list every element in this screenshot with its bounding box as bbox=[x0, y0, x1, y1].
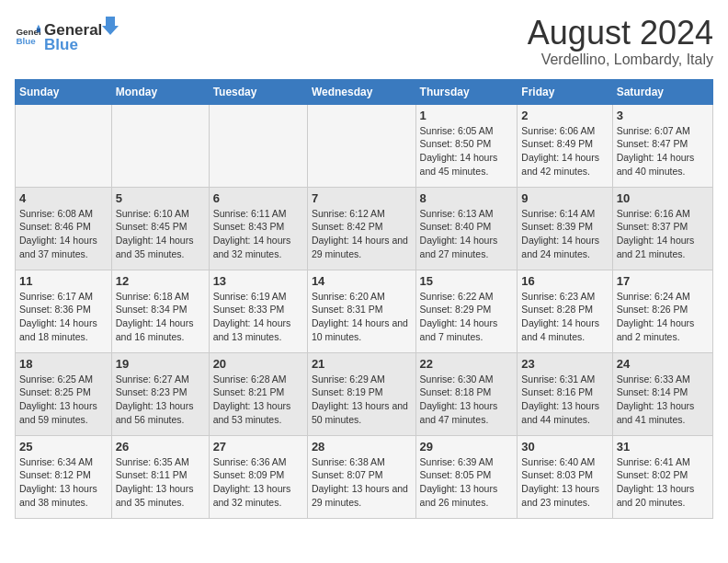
calendar-cell: 30Sunrise: 6:40 AMSunset: 8:03 PMDayligh… bbox=[518, 435, 612, 518]
day-info: Sunrise: 6:20 AMSunset: 8:31 PMDaylight:… bbox=[312, 290, 412, 344]
day-info: Sunrise: 6:14 AMSunset: 8:39 PMDaylight:… bbox=[521, 207, 608, 261]
day-info: Sunrise: 6:19 AMSunset: 8:33 PMDaylight:… bbox=[213, 290, 303, 344]
day-number: 9 bbox=[521, 191, 608, 205]
column-header-friday: Friday bbox=[518, 79, 612, 104]
day-info: Sunrise: 6:30 AMSunset: 8:18 PMDaylight:… bbox=[420, 373, 514, 427]
page-header: General Blue General Blue August 2024 Ve… bbox=[15, 15, 713, 68]
calendar-cell bbox=[307, 104, 415, 187]
day-info: Sunrise: 6:39 AMSunset: 8:05 PMDaylight:… bbox=[420, 455, 514, 510]
calendar-cell: 9Sunrise: 6:14 AMSunset: 8:39 PMDaylight… bbox=[518, 187, 612, 270]
day-number: 1 bbox=[420, 109, 514, 122]
column-header-tuesday: Tuesday bbox=[209, 79, 307, 104]
day-info: Sunrise: 6:12 AMSunset: 8:42 PMDaylight:… bbox=[312, 207, 412, 261]
day-info: Sunrise: 6:08 AMSunset: 8:46 PMDaylight:… bbox=[19, 207, 108, 261]
svg-text:Blue: Blue bbox=[16, 35, 36, 45]
day-number: 14 bbox=[312, 274, 412, 288]
day-info: Sunrise: 6:17 AMSunset: 8:36 PMDaylight:… bbox=[19, 290, 108, 344]
day-info: Sunrise: 6:27 AMSunset: 8:23 PMDaylight:… bbox=[116, 373, 205, 427]
day-number: 23 bbox=[521, 357, 608, 371]
calendar-cell: 31Sunrise: 6:41 AMSunset: 8:02 PMDayligh… bbox=[612, 435, 712, 518]
day-info: Sunrise: 6:29 AMSunset: 8:19 PMDaylight:… bbox=[312, 373, 412, 427]
day-info: Sunrise: 6:07 AMSunset: 8:47 PMDaylight:… bbox=[617, 124, 709, 178]
day-number: 25 bbox=[19, 440, 108, 454]
calendar-week-row: 18Sunrise: 6:25 AMSunset: 8:25 PMDayligh… bbox=[16, 352, 713, 435]
day-info: Sunrise: 6:25 AMSunset: 8:25 PMDaylight:… bbox=[19, 373, 108, 427]
svg-marker-4 bbox=[102, 17, 119, 35]
day-number: 13 bbox=[213, 274, 303, 288]
day-number: 7 bbox=[312, 191, 412, 205]
subtitle: Verdellino, Lombardy, Italy bbox=[528, 52, 713, 68]
column-header-sunday: Sunday bbox=[16, 79, 112, 104]
day-info: Sunrise: 6:33 AMSunset: 8:14 PMDaylight:… bbox=[617, 373, 709, 427]
day-info: Sunrise: 6:38 AMSunset: 8:07 PMDaylight:… bbox=[312, 455, 412, 510]
calendar-cell: 4Sunrise: 6:08 AMSunset: 8:46 PMDaylight… bbox=[16, 187, 112, 270]
day-number: 2 bbox=[521, 109, 608, 122]
calendar-cell: 6Sunrise: 6:11 AMSunset: 8:43 PMDaylight… bbox=[209, 187, 307, 270]
day-info: Sunrise: 6:35 AMSunset: 8:11 PMDaylight:… bbox=[116, 455, 205, 510]
day-number: 18 bbox=[19, 357, 108, 371]
calendar-cell: 26Sunrise: 6:35 AMSunset: 8:11 PMDayligh… bbox=[111, 435, 209, 518]
day-number: 24 bbox=[617, 357, 709, 371]
calendar-week-row: 1Sunrise: 6:05 AMSunset: 8:50 PMDaylight… bbox=[16, 104, 713, 187]
day-info: Sunrise: 6:10 AMSunset: 8:45 PMDaylight:… bbox=[116, 207, 205, 261]
calendar-cell: 7Sunrise: 6:12 AMSunset: 8:42 PMDaylight… bbox=[307, 187, 415, 270]
day-number: 6 bbox=[213, 191, 303, 205]
day-info: Sunrise: 6:13 AMSunset: 8:40 PMDaylight:… bbox=[420, 207, 514, 261]
day-number: 28 bbox=[312, 440, 412, 454]
day-number: 26 bbox=[116, 440, 205, 454]
calendar-cell: 12Sunrise: 6:18 AMSunset: 8:34 PMDayligh… bbox=[111, 270, 209, 352]
logo: General Blue General Blue bbox=[15, 15, 119, 54]
calendar-cell bbox=[111, 104, 209, 187]
day-number: 4 bbox=[19, 191, 108, 205]
calendar-cell bbox=[16, 104, 112, 187]
calendar-cell: 24Sunrise: 6:33 AMSunset: 8:14 PMDayligh… bbox=[612, 352, 712, 435]
calendar-header-row: SundayMondayTuesdayWednesdayThursdayFrid… bbox=[16, 79, 713, 104]
calendar-cell: 3Sunrise: 6:07 AMSunset: 8:47 PMDaylight… bbox=[612, 104, 712, 187]
calendar-cell: 11Sunrise: 6:17 AMSunset: 8:36 PMDayligh… bbox=[16, 270, 112, 352]
day-number: 20 bbox=[213, 357, 303, 371]
day-info: Sunrise: 6:28 AMSunset: 8:21 PMDaylight:… bbox=[213, 373, 303, 427]
column-header-thursday: Thursday bbox=[415, 79, 518, 104]
calendar-cell: 13Sunrise: 6:19 AMSunset: 8:33 PMDayligh… bbox=[209, 270, 307, 352]
day-info: Sunrise: 6:22 AMSunset: 8:29 PMDaylight:… bbox=[420, 290, 514, 344]
day-number: 3 bbox=[617, 109, 709, 122]
title-section: August 2024 Verdellino, Lombardy, Italy bbox=[528, 15, 713, 68]
day-info: Sunrise: 6:24 AMSunset: 8:26 PMDaylight:… bbox=[617, 290, 709, 344]
day-number: 21 bbox=[312, 357, 412, 371]
day-info: Sunrise: 6:23 AMSunset: 8:28 PMDaylight:… bbox=[521, 290, 608, 344]
calendar-cell: 25Sunrise: 6:34 AMSunset: 8:12 PMDayligh… bbox=[16, 435, 112, 518]
day-info: Sunrise: 6:41 AMSunset: 8:02 PMDaylight:… bbox=[617, 455, 709, 510]
calendar-table: SundayMondayTuesdayWednesdayThursdayFrid… bbox=[15, 79, 713, 519]
column-header-saturday: Saturday bbox=[612, 79, 712, 104]
logo-icon: General Blue bbox=[15, 22, 40, 48]
day-number: 15 bbox=[420, 274, 514, 288]
day-number: 10 bbox=[617, 191, 709, 205]
day-number: 22 bbox=[420, 357, 514, 371]
day-number: 29 bbox=[420, 440, 514, 454]
day-info: Sunrise: 6:31 AMSunset: 8:16 PMDaylight:… bbox=[521, 373, 608, 427]
calendar-cell: 27Sunrise: 6:36 AMSunset: 8:09 PMDayligh… bbox=[209, 435, 307, 518]
main-title: August 2024 bbox=[528, 15, 713, 52]
calendar-cell: 28Sunrise: 6:38 AMSunset: 8:07 PMDayligh… bbox=[307, 435, 415, 518]
calendar-cell: 5Sunrise: 6:10 AMSunset: 8:45 PMDaylight… bbox=[111, 187, 209, 270]
calendar-cell: 14Sunrise: 6:20 AMSunset: 8:31 PMDayligh… bbox=[307, 270, 415, 352]
day-info: Sunrise: 6:06 AMSunset: 8:49 PMDaylight:… bbox=[521, 124, 608, 178]
svg-marker-3 bbox=[37, 29, 40, 32]
day-number: 11 bbox=[19, 274, 108, 288]
calendar-cell: 10Sunrise: 6:16 AMSunset: 8:37 PMDayligh… bbox=[612, 187, 712, 270]
calendar-cell: 22Sunrise: 6:30 AMSunset: 8:18 PMDayligh… bbox=[415, 352, 518, 435]
day-number: 19 bbox=[116, 357, 205, 371]
day-info: Sunrise: 6:05 AMSunset: 8:50 PMDaylight:… bbox=[420, 124, 514, 178]
calendar-cell bbox=[209, 104, 307, 187]
day-info: Sunrise: 6:11 AMSunset: 8:43 PMDaylight:… bbox=[213, 207, 303, 261]
day-info: Sunrise: 6:18 AMSunset: 8:34 PMDaylight:… bbox=[116, 290, 205, 344]
day-number: 30 bbox=[521, 440, 608, 454]
calendar-week-row: 11Sunrise: 6:17 AMSunset: 8:36 PMDayligh… bbox=[16, 270, 713, 352]
calendar-cell: 21Sunrise: 6:29 AMSunset: 8:19 PMDayligh… bbox=[307, 352, 415, 435]
calendar-cell: 20Sunrise: 6:28 AMSunset: 8:21 PMDayligh… bbox=[209, 352, 307, 435]
column-header-monday: Monday bbox=[111, 79, 209, 104]
day-info: Sunrise: 6:34 AMSunset: 8:12 PMDaylight:… bbox=[19, 455, 108, 510]
day-info: Sunrise: 6:36 AMSunset: 8:09 PMDaylight:… bbox=[213, 455, 303, 510]
calendar-cell: 23Sunrise: 6:31 AMSunset: 8:16 PMDayligh… bbox=[518, 352, 612, 435]
calendar-week-row: 25Sunrise: 6:34 AMSunset: 8:12 PMDayligh… bbox=[16, 435, 713, 518]
